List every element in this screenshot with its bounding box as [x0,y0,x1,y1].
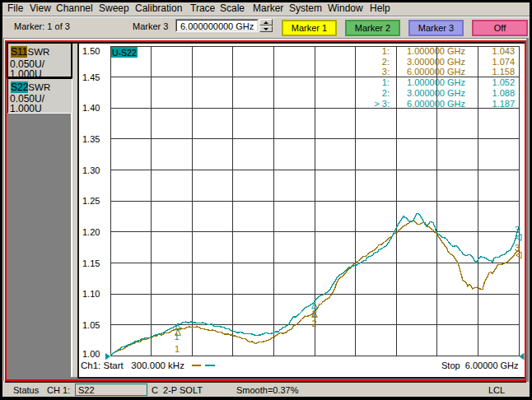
svg-text:3: 3 [515,225,520,235]
svg-text:1: 1 [175,344,180,354]
svg-text:1: 1 [174,332,179,342]
svg-text:2: 2 [311,319,316,328]
svg-text:3: 3 [515,243,520,253]
